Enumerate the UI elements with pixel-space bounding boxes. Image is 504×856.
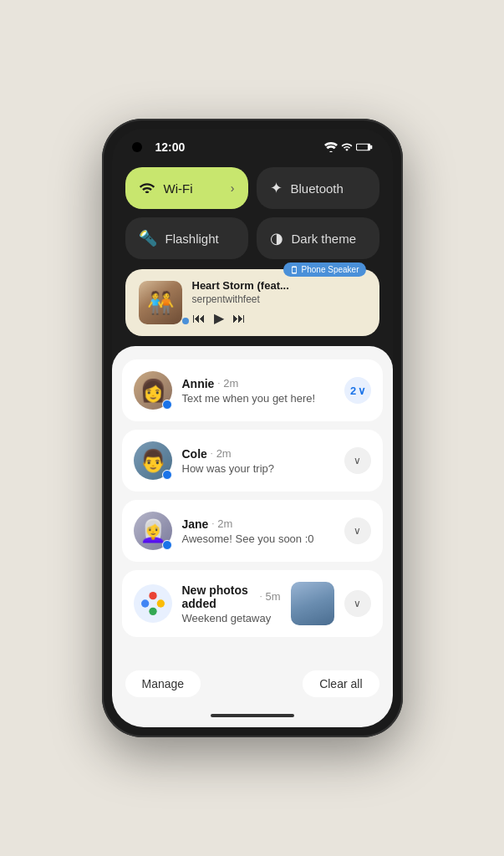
status-time: 12:00 [155, 140, 186, 154]
notif-name-annie: Annie [182, 377, 215, 390]
status-bar: 12:00 [112, 129, 393, 160]
media-info: Heart Storm (feat... serpentwithfeet ⏮ ▶… [192, 279, 366, 326]
phone-speaker-badge: Phone Speaker [283, 262, 366, 277]
media-play-button[interactable]: ▶ [214, 310, 224, 326]
svg-rect-2 [357, 145, 368, 150]
notif-expand-photos[interactable]: ∨ [344, 590, 371, 617]
notif-chevron-annie: ∨ [358, 385, 366, 397]
wifi-status-icon [324, 142, 338, 152]
phone-speaker-label: Phone Speaker [302, 265, 359, 274]
avatar-jane: 👩‍🦳 [134, 512, 172, 550]
notif-expand-jane[interactable]: ∨ [344, 517, 371, 544]
notification-area: 👩 Annie · 2m Text me when you get here! [112, 346, 393, 707]
wifi-tile[interactable]: Wi-Fi › [125, 167, 248, 209]
bluetooth-tile[interactable]: ✦ Bluetooth [257, 167, 379, 209]
dark-theme-tile[interactable]: ◑ Dark theme [257, 217, 379, 259]
wifi-tile-label: Wi-Fi [164, 181, 193, 196]
media-app-dot [182, 318, 189, 324]
notif-time-cole: 2m [216, 447, 232, 460]
notification-cole[interactable]: 👨 Cole · 2m How was your trip? ∨ [122, 430, 383, 492]
media-next-button[interactable]: ⏭ [232, 311, 246, 326]
bluetooth-tile-label: Bluetooth [291, 181, 344, 196]
notif-name-cole: Cole [182, 447, 207, 461]
avatar-annie: 👩 [134, 371, 172, 410]
signal-status-icon [341, 141, 353, 153]
notif-time-annie: 2m [223, 377, 238, 390]
dark-theme-tile-label: Dark theme [292, 232, 357, 246]
photos-app-icon [134, 584, 172, 623]
notif-time-photos: 5m [265, 590, 280, 603]
notif-body-cole: Cole · 2m How was your trip? [182, 447, 334, 475]
notif-message-jane: Awesome! See you soon :0 [182, 532, 334, 545]
media-artist: serpentwithfeet [192, 293, 366, 305]
notif-count-annie: 2 [350, 385, 356, 397]
notification-photos[interactable]: New photos added · 5m Weekend getaway ∨ [122, 570, 383, 637]
home-indicator-container [112, 707, 393, 727]
svg-rect-1 [370, 145, 372, 149]
flashlight-tile-icon: 🔦 [139, 229, 157, 247]
notif-body-annie: Annie · 2m Text me when you get here! [182, 377, 334, 405]
media-player: Phone Speaker 🧑‍🤝‍🧑 Heart Storm (feat...… [125, 269, 379, 336]
notif-expand-cole[interactable]: ∨ [344, 447, 371, 474]
notif-name-jane: Jane [182, 517, 209, 531]
notif-name-photos: New photos added [182, 583, 257, 610]
notif-expand-annie[interactable]: 2 ∨ [344, 377, 371, 404]
quick-settings: Wi-Fi › ✦ Bluetooth 🔦 Flashlight ◑ Dark … [112, 160, 393, 269]
phone-frame: 12:00 [102, 119, 403, 737]
bottom-bar: Manage Clear all [112, 664, 393, 707]
notification-jane[interactable]: 👩‍🦳 Jane · 2m Awesome! See you soon :0 ∨ [122, 500, 383, 562]
home-indicator[interactable] [211, 714, 294, 717]
dark-theme-tile-icon: ◑ [270, 229, 283, 247]
battery-status-icon [356, 142, 373, 152]
photos-thumbnail [291, 582, 334, 625]
notifications-section: 👩 Annie · 2m Text me when you get here! [112, 346, 393, 664]
avatar-cole: 👨 [134, 441, 172, 480]
manage-button[interactable]: Manage [125, 670, 201, 697]
notif-message-photos: Weekend getaway [182, 612, 281, 624]
flashlight-tile[interactable]: 🔦 Flashlight [125, 217, 248, 259]
media-art: 🧑‍🤝‍🧑 [139, 281, 182, 324]
notif-message-annie: Text me when you get here! [182, 392, 334, 405]
notif-message-cole: How was your trip? [182, 462, 334, 475]
notification-annie[interactable]: 👩 Annie · 2m Text me when you get here! [122, 359, 383, 421]
phone-screen: 12:00 [112, 129, 393, 727]
media-controls: ⏮ ▶ ⏭ [192, 310, 366, 326]
clear-all-button[interactable]: Clear all [303, 670, 379, 697]
notif-body-photos: New photos added · 5m Weekend getaway [182, 583, 281, 624]
media-title: Heart Storm (feat... [192, 279, 366, 292]
status-icons [324, 141, 373, 153]
flashlight-tile-label: Flashlight [165, 232, 219, 246]
media-prev-button[interactable]: ⏮ [192, 311, 206, 326]
notif-time-jane: 2m [217, 517, 232, 530]
camera-dot [132, 142, 142, 152]
wifi-arrow-icon: › [231, 181, 235, 195]
bluetooth-tile-icon: ✦ [270, 179, 283, 197]
notif-body-jane: Jane · 2m Awesome! See you soon :0 [182, 517, 334, 545]
wifi-tile-icon [139, 180, 155, 197]
